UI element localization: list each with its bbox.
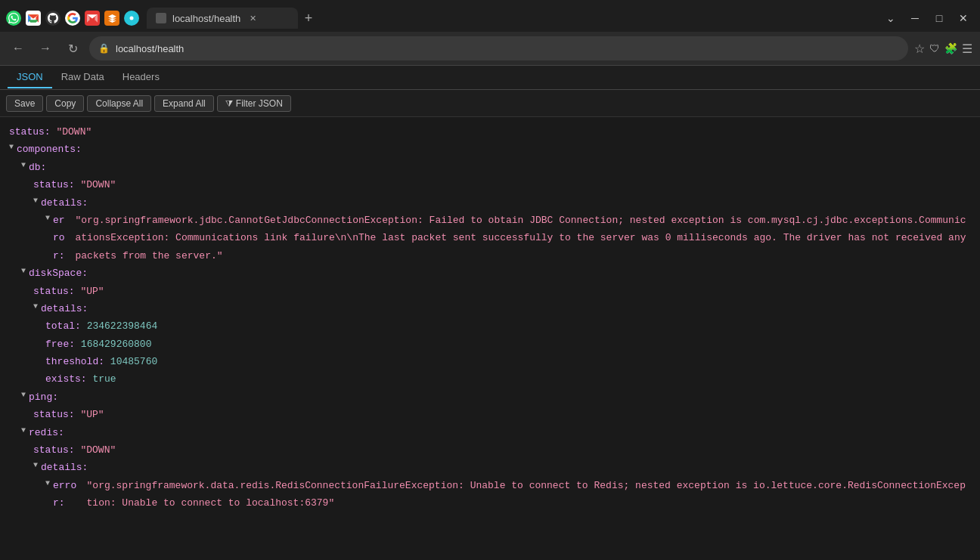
components-toggle[interactable]: ▼ [9,141,14,154]
tab-headers[interactable]: Headers [113,67,169,88]
address-text: localhost/health [116,43,184,54]
json-toolbar: Save Copy Collapse All Expand All ⧩ Filt… [0,90,980,117]
total-line: total: 234622398464 [9,317,971,335]
redis-status-line: status: "DOWN" [9,441,971,459]
threshold-line: threshold: 10485760 [9,353,971,370]
active-tab[interactable]: localhost/health ✕ [147,8,298,29]
whatsapp-icon [6,11,21,26]
close-button[interactable]: ✕ [953,8,974,29]
bookmark-icon[interactable]: ☆ [914,42,925,56]
diskspace-details-toggle[interactable]: ▼ [33,300,38,314]
diskspace-line: ▼ diskSpace: [9,265,971,282]
db-line: ▼ db: [9,159,971,176]
tab-raw-data[interactable]: Raw Data [52,67,113,88]
db-error-toggle[interactable]: ▼ [45,212,50,225]
tab-json[interactable]: JSON [8,67,52,88]
collapse-all-button[interactable]: Collapse All [87,95,151,112]
diskspace-status-line: status: "UP" [9,283,971,300]
tab-favicon [156,13,166,23]
db-details-toggle[interactable]: ▼ [33,194,38,208]
refresh-button[interactable]: ↻ [62,38,83,59]
tab-close-button[interactable]: ✕ [247,12,259,24]
address-bar[interactable]: 🔒 localhost/health [89,36,908,60]
db-details-line: ▼ details: [9,194,971,212]
back-button[interactable]: ← [8,38,29,59]
ext2-icon [124,11,139,26]
tab-title: localhost/health [172,13,240,24]
ping-status-line: status: "UP" [9,406,971,423]
extensions-icon[interactable]: 🧩 [944,42,957,54]
filter-icon: ⧩ [225,98,233,109]
components-line: ▼ components: [9,141,971,158]
filter-label: Filter JSON [236,98,283,109]
shield-icon[interactable]: 🛡 [929,42,940,54]
maximize-button[interactable]: □ [929,8,950,29]
filter-json-button[interactable]: ⧩ Filter JSON [217,95,291,112]
redis-toggle[interactable]: ▼ [21,424,26,438]
redis-error-line: ▼ error: "org.springframework.data.redis… [9,477,971,512]
ping-toggle[interactable]: ▼ [21,388,26,402]
forward-button[interactable]: → [35,38,56,59]
db-status-line: status: "DOWN" [9,176,971,193]
diskspace-toggle[interactable]: ▼ [21,265,26,278]
menu-icon[interactable]: ☰ [962,42,972,56]
redis-line: ▼ redis: [9,424,971,441]
redis-error-toggle[interactable]: ▼ [45,477,50,490]
db-toggle[interactable]: ▼ [21,159,26,172]
copy-button[interactable]: Copy [46,95,84,112]
lock-icon: 🔒 [98,43,110,54]
github-icon [45,11,60,26]
new-tab-button[interactable]: + [298,8,319,29]
exists-line: exists: true [9,370,971,388]
status-line: status: "DOWN" [9,123,971,141]
db-error-line: ▼ error: "org.springframework.jdbc.Canno… [9,212,971,265]
json-viewer-tabs: JSON Raw Data Headers [0,66,980,90]
json-content-area: status: "DOWN" ▼ components: ▼ db: statu… [0,117,980,560]
google-icon [65,11,80,26]
svg-point-0 [130,17,134,20]
expand-all-button[interactable]: Expand All [154,95,214,112]
ext1-icon [104,11,119,26]
free-line: free: 168429260800 [9,336,971,353]
dropdown-button[interactable]: ⌄ [880,8,901,29]
minimize-button[interactable]: ─ [904,8,926,29]
ping-line: ▼ ping: [9,388,971,406]
save-button[interactable]: Save [6,95,43,112]
gmail2-icon [85,11,100,26]
gmail-icon [26,11,41,26]
diskspace-details-line: ▼ details: [9,300,971,317]
redis-details-line: ▼ details: [9,459,971,476]
redis-details-toggle[interactable]: ▼ [33,459,38,472]
